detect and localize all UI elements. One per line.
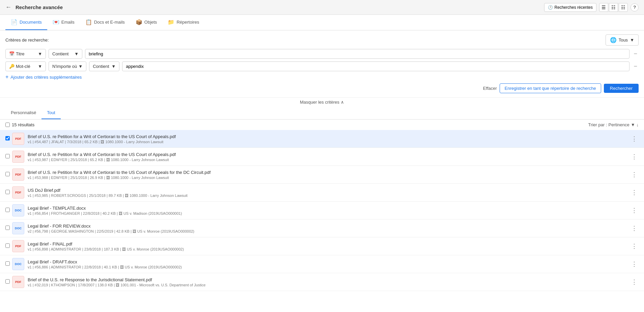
result-content: Brief of the U.S. re Response to the Jur… (28, 277, 630, 287)
result-more-button[interactable]: ⋮ (630, 242, 639, 250)
select-all-checkbox[interactable] (5, 123, 10, 127)
remove-row-1-button[interactable]: − (632, 50, 639, 57)
results-list: PDF Brief of U.S. re Petition for a Writ… (0, 130, 644, 291)
result-item[interactable]: DOC Legal Brief - TEMPLATE.docx v1 | #56… (0, 202, 644, 219)
help-button[interactable]: ? (631, 3, 639, 11)
result-item[interactable]: PDF Brief of U.S. re Petition for a Writ… (0, 148, 644, 166)
result-item[interactable]: PDF Brief of U.S. re Petition for a Writ… (0, 130, 644, 148)
file-type-icon: PDF (12, 168, 24, 181)
main-tabs-bar: 📄 Documents 💌 Emails 📋 Docs et E-mails 📦… (0, 15, 644, 30)
result-tab-tout[interactable]: Tout (41, 107, 61, 119)
result-meta: v1 | #32,019 | KTHOMPSON | 17/8/2007 | 1… (28, 283, 630, 287)
result-checkbox[interactable] (5, 261, 12, 267)
result-item[interactable]: PDF US DoJ Brief.pdf v1 | #53,985 | ROBE… (0, 184, 644, 202)
operator2-select-2[interactable]: Contient ▼ (89, 61, 119, 71)
tab-emails[interactable]: 💌 Emails (47, 15, 80, 30)
file-type-icon: DOC (12, 258, 24, 270)
tab-objets[interactable]: 📦 Objets (130, 15, 163, 30)
result-title: Brief of U.S. re Petition for a Writ of … (28, 134, 630, 139)
result-meta: v1 | #54,487 | JFALAT | 7/3/2018 | 65.2 … (28, 140, 630, 144)
criteria-label: Critères de recherche: (5, 37, 49, 43)
result-meta: v2 | #56,798 | GEORGE.WASHINGTON | 22/5/… (28, 229, 630, 233)
calendar-icon: 📅 (9, 51, 15, 56)
operator1-select-2[interactable]: N'importe où ▼ (49, 61, 86, 71)
result-checkbox[interactable] (5, 279, 12, 285)
value-input-2[interactable] (122, 61, 629, 71)
chevron-icon-2: ▼ (38, 64, 42, 69)
recent-searches-button[interactable]: 🕐 Recherches récentes (544, 3, 596, 12)
field-select-2[interactable]: 🔑 Mot-clé ▼ (5, 61, 46, 71)
result-more-button[interactable]: ⋮ (630, 225, 639, 232)
result-more-button[interactable]: ⋮ (630, 260, 639, 268)
file-type-icon: PDF (12, 276, 24, 288)
result-content: Legal Brief - FOR REVIEW.docx v2 | #56,7… (28, 224, 630, 233)
detail-view-button[interactable]: ☷ (609, 3, 618, 12)
search-criteria-area: Critères de recherche: 🌐 Tous ▼ 📅 Titre … (0, 30, 644, 98)
tab-docs-emails[interactable]: 📋 Docs et E-mails (80, 15, 130, 30)
result-meta: v1 | #56,886 | ADMINISTRATOR | 22/8/2018… (28, 265, 630, 269)
save-search-button[interactable]: Enregistrer en tant que répertoire de re… (500, 83, 601, 93)
emails-icon: 💌 (53, 19, 59, 25)
result-more-button[interactable]: ⋮ (630, 153, 639, 160)
search-actions-row: Effacer Enregistrer en tant que répertoi… (5, 83, 639, 93)
sort-row: Trier par : Pertinence ▼ ↓ (588, 122, 639, 127)
search-button[interactable]: Rechercher (604, 84, 639, 93)
mask-criteria-row[interactable]: Masquer les critères ∧ (0, 98, 644, 107)
result-more-button[interactable]: ⋮ (630, 207, 639, 214)
result-checkbox[interactable] (5, 190, 12, 195)
result-checkbox[interactable] (5, 154, 12, 159)
tab-documents[interactable]: 📄 Documents (5, 15, 47, 30)
plus-icon: + (5, 74, 8, 80)
result-content: Brief of U.S. re Petition for a Writ of … (28, 170, 630, 180)
result-content: Brief of U.S. re Petition for a Writ of … (28, 134, 630, 144)
result-item[interactable]: PDF Brief of the U.S. re Response to the… (0, 273, 644, 291)
criteria-row-2: 🔑 Mot-clé ▼ N'importe où ▼ Contient ▼ − (5, 61, 639, 71)
result-item[interactable]: DOC Legal Brief - FOR REVIEW.docx v2 | #… (0, 219, 644, 237)
result-more-button[interactable]: ⋮ (630, 171, 639, 178)
clear-button[interactable]: Effacer (483, 86, 497, 91)
file-type-icon: DOC (12, 204, 24, 216)
sort-direction-icon[interactable]: ↓ (637, 122, 639, 127)
remove-row-2-button[interactable]: − (632, 63, 639, 70)
sort-select[interactable]: Pertinence ▼ (608, 122, 635, 127)
result-title: Legal Brief - FOR REVIEW.docx (28, 224, 630, 229)
file-type-icon: PDF (12, 133, 24, 145)
operator-select-1[interactable]: Contient ▼ (49, 49, 82, 59)
file-type-icon: PDF (12, 240, 24, 252)
add-criteria-row[interactable]: + Ajouter des critères supplémentaires (5, 74, 639, 80)
result-more-button[interactable]: ⋮ (630, 278, 639, 286)
result-checkbox[interactable] (5, 172, 12, 177)
tous-dropdown[interactable]: 🌐 Tous ▼ (606, 34, 639, 46)
globe-icon: 🌐 (610, 37, 617, 43)
result-title: US DoJ Brief.pdf (28, 188, 630, 193)
list-view-button[interactable]: ☰ (599, 3, 608, 12)
help-icon: ? (633, 5, 636, 10)
key-icon: 🔑 (9, 64, 15, 69)
clock-icon: 🕐 (548, 5, 553, 10)
result-checkbox[interactable] (5, 226, 12, 231)
value-input-1[interactable] (85, 49, 629, 59)
result-checkbox[interactable] (5, 208, 12, 213)
result-checkbox[interactable] (5, 243, 12, 249)
result-tab-personnalise[interactable]: Personnalisé (5, 107, 41, 119)
result-item[interactable]: PDF Legal Brief - FINAL.pdf v1 | #56,898… (0, 237, 644, 255)
result-item[interactable]: DOC Legal Brief - DRAFT.docx v1 | #56,88… (0, 255, 644, 273)
repertoires-icon: 📁 (168, 19, 174, 25)
back-button[interactable]: ← (5, 4, 11, 11)
result-more-button[interactable]: ⋮ (630, 135, 639, 142)
chevron-icon-op1: ▼ (74, 51, 79, 56)
results-count: 15 résultats (5, 122, 34, 127)
result-checkbox[interactable] (5, 136, 12, 141)
grid-view-button[interactable]: ☷ (619, 3, 628, 12)
documents-icon: 📄 (11, 19, 18, 25)
field-select-1[interactable]: 📅 Titre ▼ (5, 49, 46, 59)
result-title: Brief of the U.S. re Response to the Jur… (28, 277, 630, 282)
result-more-button[interactable]: ⋮ (630, 189, 639, 196)
result-meta: v1 | #56,898 | ADMINISTRATOR | 23/8/2018… (28, 247, 630, 251)
result-item[interactable]: PDF Brief of U.S. re Petition for a Writ… (0, 166, 644, 184)
results-header: 15 résultats Trier par : Pertinence ▼ ↓ (0, 120, 644, 130)
page-title: Recherche avancée (16, 4, 544, 10)
result-meta: v1 | #56,854 | FROTHGANGER | 22/8/2018 |… (28, 211, 630, 215)
tab-repertoires[interactable]: 📁 Répertoires (162, 15, 204, 30)
view-toggle: ☰ ☷ ☷ (599, 3, 628, 12)
